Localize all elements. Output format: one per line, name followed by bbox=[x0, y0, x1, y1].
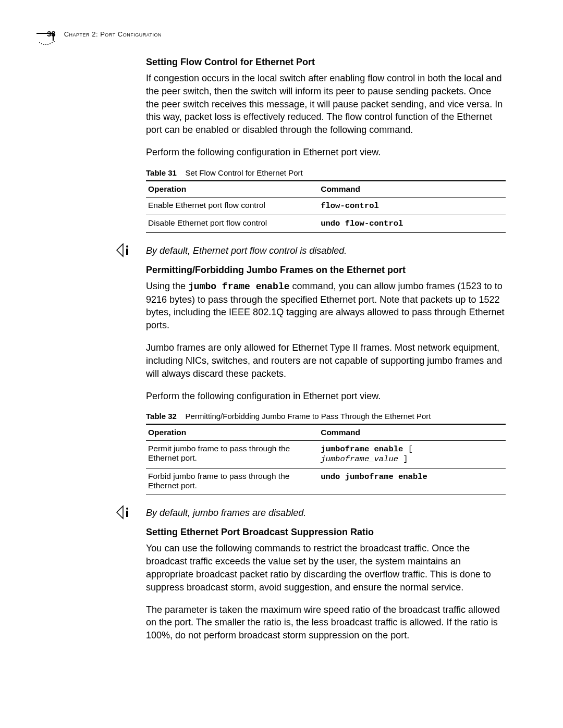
svg-point-4 bbox=[47, 44, 48, 45]
inline-command: jumbo frame enable bbox=[188, 281, 289, 292]
command-text: undo flow-control bbox=[321, 219, 403, 228]
svg-point-0 bbox=[39, 42, 40, 43]
svg-point-8 bbox=[126, 245, 128, 248]
svg-point-10 bbox=[126, 508, 128, 510]
main-content: Setting Flow Control for Ethernet Port I… bbox=[146, 57, 506, 642]
body-text: Jumbo frames are only allowed for Ethern… bbox=[146, 341, 506, 380]
body-text: If congestion occurs in the local switch… bbox=[146, 72, 506, 137]
table-row: Permit jumbo frame to pass through the E… bbox=[146, 441, 506, 468]
svg-point-7 bbox=[54, 41, 55, 42]
cell-command: undo jumboframe enable bbox=[319, 468, 506, 495]
cell-command: flow-control bbox=[319, 197, 506, 215]
svg-point-1 bbox=[41, 43, 42, 44]
command-text: jumboframe enable bbox=[321, 445, 403, 454]
table-row: Enable Ethernet port flow control flow-c… bbox=[146, 197, 506, 215]
table-title: Set Flow Control for Ethernet Port bbox=[186, 168, 303, 177]
table-label: Table 31 bbox=[146, 168, 177, 177]
text-fragment: Using the bbox=[146, 281, 188, 291]
col-header-operation: Operation bbox=[146, 181, 319, 198]
command-text: flow-control bbox=[321, 201, 379, 211]
chapter-label: Chapter 2: Port Configuration bbox=[64, 30, 162, 38]
page-header: 38 Chapter 2: Port Configuration bbox=[47, 29, 516, 38]
jumbo-table: Operation Command Permit jumbo frame to … bbox=[146, 424, 506, 495]
command-bracket: ] bbox=[398, 454, 408, 464]
command-bracket: [ bbox=[403, 445, 413, 454]
body-text: Using the jumbo frame enable command, yo… bbox=[146, 280, 506, 332]
svg-point-3 bbox=[45, 44, 46, 45]
svg-rect-11 bbox=[126, 511, 128, 517]
cell-command: undo flow-control bbox=[319, 215, 506, 232]
section-heading-broadcast: Setting Ethernet Port Broadcast Suppress… bbox=[146, 527, 506, 538]
note-text: By default, Ethernet port flow control i… bbox=[146, 244, 506, 257]
col-header-command: Command bbox=[319, 181, 506, 198]
cell-operation: Forbid jumbo frame to pass through the E… bbox=[146, 468, 319, 495]
flow-control-table: Operation Command Enable Ethernet port f… bbox=[146, 180, 506, 233]
info-icon bbox=[116, 504, 133, 520]
cell-command: jumboframe enable [ jumboframe_value ] bbox=[319, 441, 506, 468]
section-heading-jumbo: Permitting/Forbidding Jumbo Frames on th… bbox=[146, 265, 506, 276]
page: 38 Chapter 2: Port Configuration Setting… bbox=[0, 0, 563, 728]
col-header-command: Command bbox=[319, 424, 506, 441]
table-row: Forbid jumbo frame to pass through the E… bbox=[146, 468, 506, 495]
note-block: By default, jumbo frames are disabled. bbox=[146, 507, 506, 520]
info-icon bbox=[116, 242, 133, 258]
command-param: jumboframe_value bbox=[321, 454, 398, 464]
svg-point-6 bbox=[52, 42, 53, 43]
body-text: Perform the following configuration in E… bbox=[146, 390, 506, 403]
body-text: You can use the following commands to re… bbox=[146, 542, 506, 594]
col-header-operation: Operation bbox=[146, 424, 319, 441]
svg-point-5 bbox=[50, 43, 51, 44]
cell-operation: Disable Ethernet port flow control bbox=[146, 215, 319, 232]
body-text: The parameter is taken the maximum wire … bbox=[146, 603, 506, 642]
table-row: Disable Ethernet port flow control undo … bbox=[146, 215, 506, 232]
table-caption: Table 32 Permitting/Forbidding Jumbo Fra… bbox=[146, 412, 506, 421]
cell-operation: Enable Ethernet port flow control bbox=[146, 197, 319, 215]
table-header-row: Operation Command bbox=[146, 181, 506, 198]
svg-rect-9 bbox=[126, 249, 128, 255]
table-caption: Table 31 Set Flow Control for Ethernet P… bbox=[146, 168, 506, 177]
body-text: Perform the following configuration in E… bbox=[146, 146, 506, 159]
page-number: 38 bbox=[47, 29, 56, 38]
svg-point-2 bbox=[43, 44, 44, 45]
note-text: By default, jumbo frames are disabled. bbox=[146, 507, 506, 520]
command-text: undo jumboframe enable bbox=[321, 472, 427, 482]
table-title: Permitting/Forbidding Jumbo Frame to Pas… bbox=[186, 412, 431, 421]
table-label: Table 32 bbox=[146, 412, 177, 421]
note-block: By default, Ethernet port flow control i… bbox=[146, 244, 506, 257]
section-heading-flow-control: Setting Flow Control for Ethernet Port bbox=[146, 57, 506, 68]
cell-operation: Permit jumbo frame to pass through the E… bbox=[146, 441, 319, 468]
table-header-row: Operation Command bbox=[146, 424, 506, 441]
